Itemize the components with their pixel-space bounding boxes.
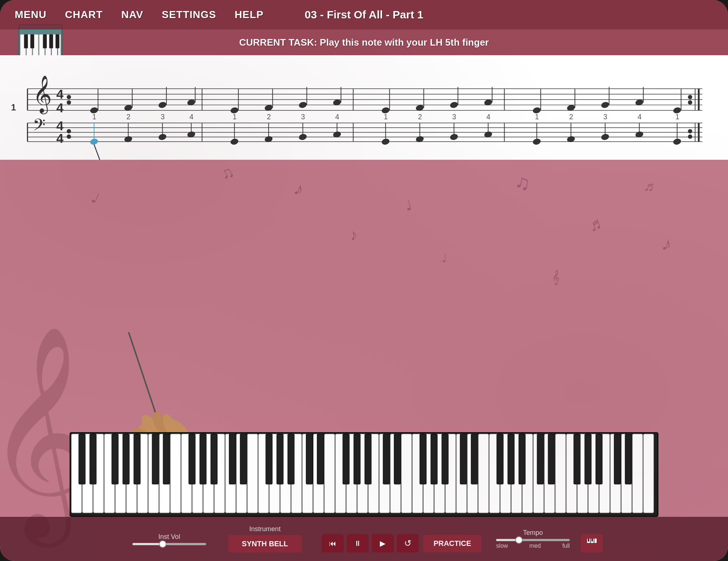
svg-rect-159 xyxy=(170,434,181,513)
svg-rect-228 xyxy=(596,434,602,484)
svg-text:3: 3 xyxy=(301,113,305,121)
svg-text:1: 1 xyxy=(535,113,539,121)
svg-text:1: 1 xyxy=(675,113,679,121)
nav-nav[interactable]: NAV xyxy=(121,9,143,21)
rewind-button[interactable]: ⏮ xyxy=(322,534,344,553)
inst-vol-slider-container xyxy=(132,543,206,545)
svg-rect-155 xyxy=(123,434,129,484)
grid-button[interactable] xyxy=(581,534,603,553)
svg-point-31 xyxy=(67,100,71,105)
loop-button[interactable]: ↺ xyxy=(397,534,419,553)
svg-text:4: 4 xyxy=(486,113,490,121)
svg-rect-215 xyxy=(508,434,515,484)
svg-point-43 xyxy=(688,100,692,105)
svg-rect-238 xyxy=(588,539,589,541)
pause-button[interactable]: ⏸ xyxy=(347,534,369,553)
main-content: 1 𝄞 4 4 𝄢 4 xyxy=(0,55,728,561)
svg-text:4: 4 xyxy=(56,119,64,133)
tempo-med-label: med xyxy=(529,543,541,549)
svg-rect-224 xyxy=(537,434,544,484)
nav-menu[interactable]: MENU xyxy=(15,9,46,21)
piano-keyboard[interactable] xyxy=(70,432,658,517)
svg-rect-234 xyxy=(625,434,632,484)
practice-button[interactable]: PRACTICE xyxy=(423,535,481,552)
svg-text:4: 4 xyxy=(56,131,64,145)
svg-rect-232 xyxy=(643,434,654,513)
pink-background: 𝄞 ♪ ♩ ♫ ♬ ♩ ♪ 𝄞 ♫ ♩ ♬ ♪ xyxy=(0,160,728,561)
sheet-music-area: 1 𝄞 4 4 𝄢 4 xyxy=(0,55,728,160)
svg-rect-180 xyxy=(288,434,294,484)
svg-rect-188 xyxy=(306,434,313,484)
svg-point-90 xyxy=(601,101,610,109)
inst-vol-slider[interactable] xyxy=(132,543,206,545)
staff-svg: 𝄞 4 4 𝄢 4 4 xyxy=(22,66,706,147)
svg-rect-225 xyxy=(548,434,555,484)
svg-rect-10 xyxy=(49,34,53,48)
svg-point-32 xyxy=(67,129,71,134)
svg-rect-219 xyxy=(555,434,566,513)
svg-rect-195 xyxy=(402,434,412,513)
svg-rect-191 xyxy=(354,434,360,484)
play-button[interactable]: ▶ xyxy=(372,534,394,553)
svg-rect-227 xyxy=(585,434,591,484)
svg-text:3: 3 xyxy=(160,113,165,121)
svg-rect-189 xyxy=(317,434,324,484)
svg-text:4: 4 xyxy=(335,113,339,121)
svg-rect-190 xyxy=(343,434,349,484)
top-navigation: MENU CHART NAV SETTINGS HELP 03 - First … xyxy=(0,0,728,29)
app-container: MENU CHART NAV SETTINGS HELP 03 - First … xyxy=(0,0,728,561)
instrument-section: Instrument SYNTH BELL xyxy=(228,525,302,553)
play-icon: ▶ xyxy=(380,539,385,548)
svg-rect-171 xyxy=(247,434,258,513)
svg-rect-216 xyxy=(519,434,525,484)
nav-help[interactable]: HELP xyxy=(235,9,264,21)
svg-rect-179 xyxy=(277,434,283,484)
measure-number: 1 xyxy=(11,102,16,113)
svg-point-42 xyxy=(688,95,692,99)
svg-rect-237 xyxy=(594,539,597,543)
page-title: 03 - First Of All - Part 1 xyxy=(305,8,423,21)
task-bar: CURRENT TASK: Play this note with your L… xyxy=(0,29,728,55)
inst-vol-section: Inst Vol xyxy=(132,533,206,545)
tempo-labels: slow med full xyxy=(496,543,570,549)
svg-text:3: 3 xyxy=(452,113,456,121)
svg-rect-164 xyxy=(152,434,159,484)
svg-text:2: 2 xyxy=(127,113,131,121)
svg-rect-214 xyxy=(497,434,503,484)
svg-rect-200 xyxy=(383,434,390,484)
svg-text:2: 2 xyxy=(418,113,422,121)
svg-rect-178 xyxy=(266,434,272,484)
svg-text:4: 4 xyxy=(56,100,64,115)
svg-point-33 xyxy=(67,134,71,139)
nav-chart[interactable]: CHART xyxy=(65,9,103,21)
svg-rect-213 xyxy=(471,434,478,484)
svg-rect-212 xyxy=(460,434,467,484)
tempo-section: Tempo slow med full xyxy=(496,529,570,549)
inst-vol-label: Inst Vol xyxy=(158,533,180,541)
rewind-icon: ⏮ xyxy=(329,539,336,548)
instrument-button[interactable]: SYNTH BELL xyxy=(228,535,302,553)
svg-rect-201 xyxy=(394,434,401,484)
tempo-slider-container xyxy=(496,539,570,541)
svg-rect-207 xyxy=(478,434,489,513)
svg-rect-153 xyxy=(90,434,96,484)
svg-rect-154 xyxy=(112,434,119,484)
svg-rect-233 xyxy=(614,434,621,484)
bottom-controls: Inst Vol Instrument SYNTH BELL xyxy=(0,517,728,561)
svg-rect-231 xyxy=(632,434,643,513)
svg-text:1: 1 xyxy=(92,113,96,121)
svg-text:𝄞: 𝄞 xyxy=(33,75,52,114)
svg-point-78 xyxy=(449,101,459,109)
tempo-slider[interactable] xyxy=(496,539,570,541)
nav-settings[interactable]: SETTINGS xyxy=(162,9,216,21)
svg-text:4: 4 xyxy=(637,113,642,121)
tempo-label: Tempo xyxy=(523,529,543,537)
svg-text:𝄢: 𝄢 xyxy=(33,116,46,138)
piano-keyboard-area xyxy=(70,432,658,517)
svg-rect-168 xyxy=(211,434,218,484)
svg-text:4: 4 xyxy=(190,113,194,121)
instrument-label: Instrument xyxy=(249,525,280,533)
svg-point-46 xyxy=(688,129,692,134)
svg-point-47 xyxy=(688,134,692,139)
svg-rect-8 xyxy=(30,34,34,48)
